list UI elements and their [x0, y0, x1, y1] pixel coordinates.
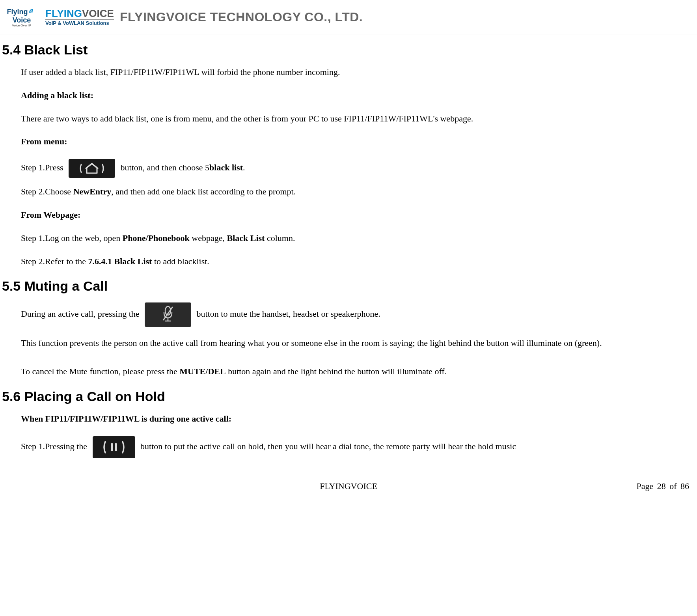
- p-web-step1: Step 1.Log on the web, open Phone/Phoneb…: [21, 232, 687, 245]
- svg-rect-4: [111, 443, 113, 451]
- web-s1-e: column.: [265, 233, 295, 243]
- company-name: FLYINGVOICE TECHNOLOGY CO., LTD.: [120, 10, 363, 24]
- p-menu-step1: Step 1.Press button, and then choose 5bl…: [21, 159, 687, 178]
- hold-s1-b: button to put the active call on hold, t…: [140, 441, 516, 451]
- logo-main-part1: FLYING: [45, 7, 82, 19]
- p-hold-when: When FIP11/FIP11W/FIP11WL is during one …: [21, 413, 687, 425]
- step1-text-d: .: [243, 162, 245, 172]
- logo-main-part2: VOICE: [82, 7, 114, 19]
- web-s1-a: Step 1.Log on the web, open: [21, 233, 123, 243]
- step1-text-a: Step 1.Press: [21, 162, 65, 172]
- p-from-menu: From menu:: [21, 136, 687, 148]
- mute-p1-a: During an active call, pressing the: [21, 309, 142, 319]
- heading-5-5: 5.5 Muting a Call: [2, 278, 695, 294]
- svg-rect-5: [115, 443, 117, 451]
- step2-c: , and then add one black list according …: [111, 187, 296, 196]
- web-s2-a: Step 2.Refer to the: [21, 256, 88, 266]
- wifi-icon: [29, 7, 37, 17]
- web-s1-d: Black List: [227, 233, 265, 243]
- page-header: Flying Voice Voice Over IP FLYINGVOICE V…: [0, 0, 697, 34]
- heading-5-6: 5.6 Placing a Call on Hold: [2, 389, 695, 404]
- logo-small-line1: Flying: [7, 8, 28, 15]
- p-two-ways: There are two ways to add black list, on…: [21, 113, 687, 125]
- page-footer: FLYINGVOICE Page 28 of 86: [0, 469, 697, 495]
- web-s2-b: 7.6.4.1 Black List: [88, 256, 152, 266]
- p-hold-step1: Step 1.Pressing the button to put the ac…: [21, 436, 687, 458]
- web-s1-c: webpage,: [190, 233, 227, 243]
- p-web-step2: Step 2.Refer to the 7.6.4.1 Black List t…: [21, 256, 687, 268]
- p-menu-step2: Step 2.Choose NewEntry, and then add one…: [21, 186, 687, 198]
- logo-main-sub: VoIP & VoWLAN Solutions: [45, 19, 114, 26]
- p-5-4-intro: If user added a black list, FIP11/FIP11W…: [21, 66, 687, 78]
- heading-5-4: 5.4 Black List: [2, 42, 695, 58]
- mute-button-icon: [145, 302, 191, 327]
- step1-text-c: black list: [209, 162, 243, 172]
- mute-p3-a: To cancel the Mute function, please pres…: [21, 366, 179, 376]
- step2-a: Step 2.Choose: [21, 187, 73, 196]
- web-s2-c: to add blacklist.: [152, 256, 209, 266]
- step2-b: NewEntry: [73, 187, 112, 196]
- logo-small: Flying Voice Voice Over IP: [4, 3, 39, 31]
- mute-p3-b: MUTE/DEL: [179, 366, 226, 376]
- mute-p3-c: button again and the light behind the bu…: [226, 366, 447, 376]
- p-muting-cancel: To cancel the Mute function, please pres…: [21, 366, 687, 378]
- home-button-icon: [69, 159, 115, 178]
- p-muting-explain: This function prevents the person on the…: [21, 335, 687, 351]
- pause-button-icon: [93, 436, 135, 458]
- p-adding-blacklist: Adding a black list:: [21, 90, 687, 102]
- p-muting-intro: During an active call, pressing the butt…: [21, 302, 687, 327]
- footer-center: FLYINGVOICE: [235, 481, 462, 491]
- logo-small-line2: Voice: [13, 17, 31, 24]
- logo-main: FLYINGVOICE VoIP & VoWLAN Solutions: [45, 8, 114, 26]
- logo-small-tag: Voice Over IP: [12, 24, 32, 27]
- footer-page-number: Page 28 of 86: [462, 481, 689, 491]
- hold-s1-a: Step 1.Pressing the: [21, 441, 89, 451]
- p-from-webpage: From Webpage:: [21, 209, 687, 221]
- mute-p1-b: button to mute the handset, headset or s…: [197, 309, 380, 319]
- step1-text-b: button, and then choose 5: [121, 162, 209, 172]
- web-s1-b: Phone/Phonebook: [123, 233, 190, 243]
- content: 5.4 Black List If user added a black lis…: [0, 42, 697, 458]
